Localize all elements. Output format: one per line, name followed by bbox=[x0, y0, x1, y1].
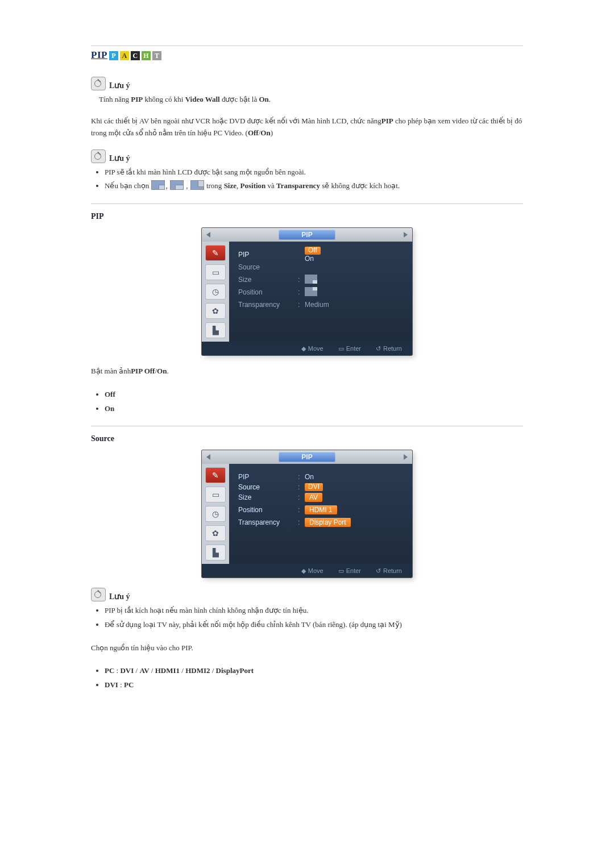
note2-b2p2: Position bbox=[240, 181, 266, 190]
clock-icon: ◷ bbox=[205, 506, 226, 522]
pip-cap1: PIP Off bbox=[131, 367, 155, 375]
osd-val bbox=[305, 275, 317, 285]
osd-footer-enter: Enter bbox=[338, 567, 361, 575]
note3-item-2: Để sử dụng loại TV này, phải kết nối một… bbox=[105, 618, 523, 632]
osd-lbl: Transparency bbox=[238, 301, 298, 309]
s: / bbox=[180, 666, 185, 675]
b: HDMI1 bbox=[155, 666, 180, 675]
osd-main: PIP Off On Source Size : Position bbox=[229, 242, 412, 342]
pip-cap4: . bbox=[167, 367, 168, 375]
colon: : bbox=[298, 518, 305, 526]
osd-row-pip: PIP : On bbox=[238, 471, 403, 483]
osd-side-icons: ✎ ▭ ◷ ✿ ▙ bbox=[202, 464, 229, 564]
osd-footer-return: Return bbox=[376, 567, 402, 575]
source-heading: Source bbox=[91, 434, 523, 443]
note3-item-1: PIP bị tắt kích hoạt nếu màn hình chính … bbox=[105, 604, 523, 618]
badge-t: T bbox=[152, 51, 161, 60]
osd-footer-return: Return bbox=[376, 345, 402, 352]
b: PC bbox=[105, 666, 114, 675]
note1-t6: . bbox=[269, 95, 271, 103]
size-glyph-icon bbox=[151, 180, 165, 190]
pip-cap0: Bật màn ảnh bbox=[91, 367, 131, 375]
note1-t2: không có khi bbox=[143, 95, 185, 103]
note1-t1: PIP bbox=[131, 95, 143, 103]
colon: : bbox=[298, 483, 305, 491]
osd-lbl: Transparency bbox=[238, 518, 298, 526]
note2-item-1: PIP sẽ tắt khi màn hình LCD được bật san… bbox=[105, 165, 523, 180]
osd-main: PIP : On Source : DVI Size : AV bbox=[229, 464, 412, 564]
note2-item-2: Nếu bạn chọn , , trong Size, Position và… bbox=[105, 179, 523, 193]
colon: : bbox=[298, 493, 305, 501]
osd-val-stack: DVI bbox=[305, 483, 323, 491]
colon: : bbox=[298, 473, 305, 481]
b: PC bbox=[124, 680, 134, 689]
badge-h: H bbox=[142, 51, 151, 60]
osd-side-icons: ✎ ▭ ◷ ✿ ▙ bbox=[202, 242, 229, 342]
intro-3: Off bbox=[248, 128, 259, 137]
osd-lbl: Size bbox=[238, 493, 298, 501]
osd-val-av: AV bbox=[305, 493, 322, 502]
osd-lbl: Source bbox=[238, 483, 298, 491]
brush-icon: ✎ bbox=[205, 467, 226, 483]
osd-tab: PIP bbox=[279, 230, 335, 240]
osd-val: On bbox=[305, 473, 314, 481]
osd-val-dvi: DVI bbox=[305, 483, 323, 491]
gear-icon: ✿ bbox=[205, 303, 226, 319]
list-item: On bbox=[105, 402, 523, 416]
osd-val-stack: Off On bbox=[305, 247, 321, 263]
note-2-heading: Lưu ý bbox=[91, 149, 523, 163]
note-icon bbox=[91, 149, 106, 163]
badge-p: P bbox=[109, 51, 118, 60]
opt-on: On bbox=[105, 404, 114, 413]
note2-b2p0: Size bbox=[224, 181, 237, 190]
list-item: DVI : PC bbox=[105, 678, 523, 692]
note-3-heading: Lưu ý bbox=[91, 588, 523, 601]
osd-lbl: Position bbox=[238, 288, 298, 296]
note-label: Lưu ý bbox=[109, 81, 130, 90]
b: DisplayPort bbox=[216, 666, 254, 675]
chart-icon: ▙ bbox=[205, 322, 226, 338]
b: AV bbox=[139, 666, 149, 675]
note-2-list: PIP sẽ tắt khi màn hình LCD được bật san… bbox=[105, 165, 523, 193]
osd-footer-move: Move bbox=[301, 345, 323, 352]
s: / bbox=[210, 666, 215, 675]
pip-cap3: On bbox=[157, 367, 167, 375]
osd-pip: PIP ✎ ▭ ◷ ✿ ▙ PIP Off On bbox=[202, 228, 412, 355]
osd-lbl: PIP bbox=[238, 251, 298, 259]
note-3-list: PIP bị tắt kích hoạt nếu màn hình chính … bbox=[105, 604, 523, 632]
intro-paragraph: Khi các thiết bị AV bên ngoài như VCR ho… bbox=[91, 115, 523, 139]
pos-thumb-icon bbox=[305, 287, 317, 296]
b: HDMI2 bbox=[185, 666, 210, 675]
note-1-body: Tính năng PIP không có khi Video Wall đư… bbox=[99, 94, 523, 105]
note-label: Lưu ý bbox=[109, 153, 130, 163]
osd-row-position: Position : HDMI 1 bbox=[238, 504, 403, 516]
pip-caption: Bật màn ảnhPIP Off/On. bbox=[91, 366, 523, 377]
osd-val: Medium bbox=[305, 301, 329, 309]
s: : bbox=[118, 680, 124, 689]
screen-icon: ▭ bbox=[205, 487, 226, 502]
size-thumb-icon bbox=[305, 275, 317, 284]
b: DVI bbox=[105, 680, 118, 689]
s: / bbox=[134, 666, 139, 675]
note-icon bbox=[91, 588, 106, 601]
note2-b2p4: Transparency bbox=[276, 181, 320, 190]
brush-icon: ✎ bbox=[205, 245, 226, 261]
osd-footer: Move Enter Return bbox=[202, 564, 412, 578]
clock-icon: ◷ bbox=[205, 284, 226, 300]
osd-row-pip: PIP Off On bbox=[238, 248, 403, 261]
size-glyph-icon bbox=[170, 180, 184, 190]
osd-lbl: Source bbox=[238, 263, 298, 271]
screen-icon: ▭ bbox=[205, 264, 226, 280]
source-caption: Chọn nguồn tín hiệu vào cho PIP. bbox=[91, 642, 523, 654]
pip-options: Off On bbox=[105, 388, 523, 416]
osd-source: PIP ✎ ▭ ◷ ✿ ▙ PIP : On Source : bbox=[202, 450, 412, 578]
colon: : bbox=[298, 301, 305, 309]
note1-t3: Video Wall bbox=[185, 95, 220, 103]
b: DVI bbox=[120, 666, 134, 675]
colon: : bbox=[298, 506, 305, 514]
note2-b2p5: sẽ không được kích hoạt. bbox=[320, 181, 400, 190]
colon: : bbox=[298, 288, 305, 296]
osd-tabbar: PIP bbox=[202, 450, 412, 464]
note1-t0: Tính năng bbox=[99, 95, 131, 103]
note-1-heading: Lưu ý bbox=[91, 77, 523, 90]
